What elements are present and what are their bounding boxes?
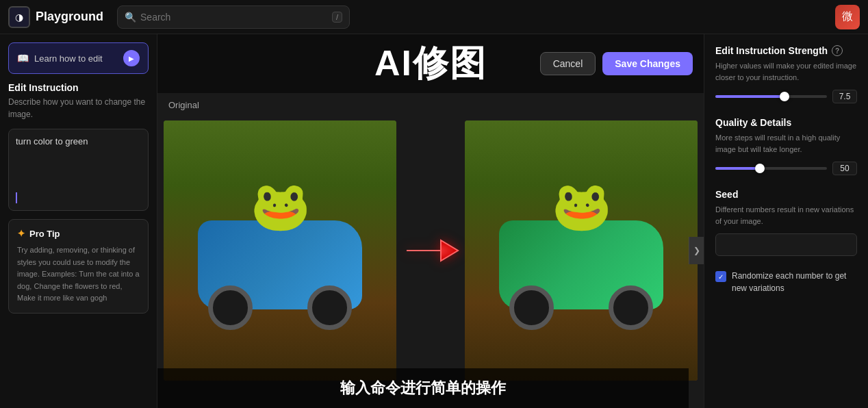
strength-value: 7.5	[832, 90, 857, 103]
randomize-row: ✓ Randomize each number to get new varia…	[715, 270, 857, 294]
pro-tip-text: Try adding, removing, or thinking of sty…	[17, 244, 140, 305]
image-area: Original 🐸	[157, 93, 704, 408]
quality-slider-thumb	[755, 164, 765, 173]
text-cursor	[16, 192, 17, 203]
center-content: AI修图 Cancel Save Changes Original 🐸	[157, 34, 704, 408]
learn-how-to-edit-button[interactable]: 📖 Learn how to edit ▶	[8, 42, 149, 74]
page-title: AI修图	[374, 40, 487, 88]
image-subtitle: 输入命令进行简单的操作	[157, 368, 689, 408]
pro-tip-header: ✦ Pro Tip	[17, 228, 140, 239]
book-icon: 📖	[17, 53, 29, 64]
quality-slider-track[interactable]	[715, 167, 827, 170]
arrow-icon	[400, 227, 461, 275]
seed-title: Seed	[715, 189, 857, 200]
original-image: 🐸	[164, 120, 396, 381]
left-sidebar: 📖 Learn how to edit ▶ Edit Instruction D…	[0, 34, 157, 408]
quality-section: Quality & Details More steps will result…	[715, 117, 857, 175]
pro-tip-box: ✦ Pro Tip Try adding, removing, or think…	[8, 219, 149, 314]
quality-slider-fill	[715, 167, 760, 170]
topbar: ◑ Playground 🔍 / 微	[0, 0, 868, 34]
center-header: AI修图 Cancel Save Changes	[157, 34, 704, 93]
seed-desc: Different numbers result in new variatio…	[715, 204, 857, 227]
logo-icon: ◑	[8, 6, 30, 28]
seed-input[interactable]	[715, 233, 857, 256]
learn-btn-left: 📖 Learn how to edit	[17, 53, 103, 64]
instruction-value: turn color to green	[16, 136, 88, 146]
image-pair: 🐸	[157, 93, 704, 408]
strength-slider-fill	[715, 95, 784, 98]
strength-slider-thumb	[780, 92, 789, 101]
strength-slider-track[interactable]	[715, 95, 827, 98]
header-buttons: Cancel Save Changes	[540, 52, 693, 75]
strength-section: Edit Instruction Strength ? Higher value…	[715, 45, 857, 103]
strength-desc: Higher values will make your edited imag…	[715, 60, 857, 83]
strength-slider-row: 7.5	[715, 90, 857, 103]
search-shortcut: /	[332, 12, 342, 23]
star-icon: ✦	[17, 228, 25, 239]
randomize-checkbox[interactable]: ✓	[715, 271, 726, 282]
strength-info-icon[interactable]: ?	[832, 45, 843, 56]
original-label: Original	[168, 100, 199, 110]
logo: ◑ Playground	[8, 6, 103, 28]
edit-instruction-desc: Describe how you want to change the imag…	[8, 96, 149, 120]
instruction-textarea[interactable]: turn color to green	[8, 129, 149, 211]
right-sidebar: Edit Instruction Strength ? Higher value…	[704, 34, 868, 408]
save-changes-button[interactable]: Save Changes	[602, 52, 693, 75]
arrow-container	[396, 227, 465, 275]
logo-text: Playground	[36, 10, 103, 24]
pro-tip-label: Pro Tip	[29, 229, 60, 239]
strength-title: Edit Instruction Strength ?	[715, 45, 857, 56]
edit-instruction-title: Edit Instruction	[8, 82, 149, 93]
cancel-button[interactable]: Cancel	[540, 52, 596, 75]
search-bar[interactable]: 🔍 /	[117, 5, 350, 29]
main-layout: 📖 Learn how to edit ▶ Edit Instruction D…	[0, 34, 868, 408]
comparison-images: 🐸	[157, 93, 704, 408]
learn-btn-label: Learn how to edit	[34, 53, 103, 64]
search-input[interactable]	[140, 12, 328, 23]
edit-instruction-section: Edit Instruction Describe how you want t…	[8, 82, 149, 120]
quality-desc: More steps will result in a high quality…	[715, 132, 857, 155]
search-icon: 🔍	[125, 12, 136, 23]
seed-section: Seed Different numbers result in new var…	[715, 189, 857, 256]
edited-image: 🐸	[465, 120, 698, 381]
randomize-label: Randomize each number to get new variati…	[732, 270, 857, 294]
play-icon: ▶	[123, 50, 140, 66]
collapse-panel-button[interactable]: ❯	[689, 237, 704, 264]
quality-slider-row: 50	[715, 162, 857, 175]
avatar[interactable]: 微	[835, 5, 860, 29]
quality-title: Quality & Details	[715, 117, 857, 128]
topbar-right: 微	[835, 5, 860, 29]
quality-value: 50	[832, 162, 857, 175]
